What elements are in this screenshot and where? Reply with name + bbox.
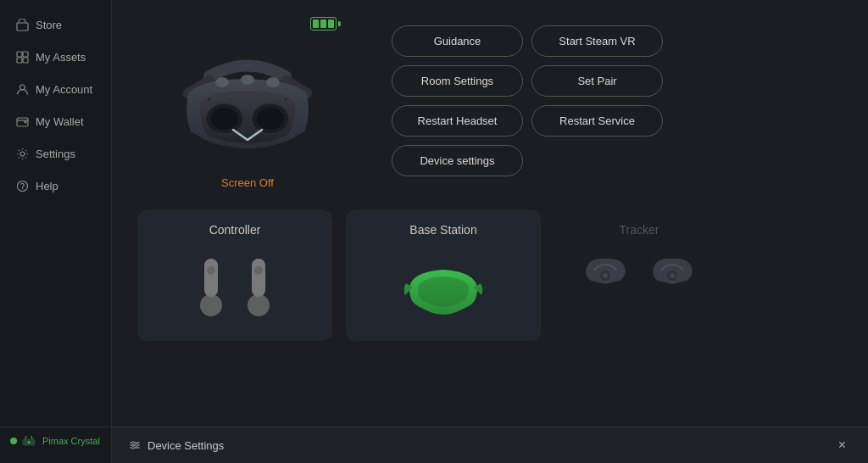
button-row-1: Guidance Start Steam VR: [392, 25, 663, 57]
device-settings-panel: Device Settings ×: [112, 427, 868, 463]
battery-cell-2: [320, 20, 326, 28]
battery-cell-1: [313, 20, 319, 28]
top-section: Screen Off Guidance Start Steam VR Room …: [137, 17, 843, 189]
svg-point-29: [670, 273, 675, 278]
svg-point-33: [132, 442, 135, 444]
svg-point-8: [17, 181, 27, 191]
device-name: Pimax Crystal: [42, 436, 100, 446]
settings-icon: [15, 147, 29, 160]
svg-rect-3: [17, 58, 22, 63]
svg-point-21: [200, 294, 222, 316]
buttons-panel: Guidance Start Steam VR Room Settings Se…: [392, 17, 663, 176]
tracker-area: Tracker: [554, 209, 724, 341]
sidebar-item-my-assets[interactable]: My Assets: [3, 42, 108, 72]
sidebar-item-help[interactable]: Help: [3, 170, 108, 201]
svg-point-22: [207, 266, 215, 275]
svg-point-12: [211, 108, 238, 130]
svg-point-16: [241, 75, 254, 85]
sidebar-item-my-account[interactable]: My Account: [3, 74, 108, 104]
battery-indicator: [310, 17, 341, 31]
controller-left-icon: [198, 259, 225, 320]
guidance-button[interactable]: Guidance: [392, 25, 523, 57]
help-icon: [15, 179, 29, 192]
svg-point-18: [207, 97, 212, 102]
device-icon: [22, 436, 36, 446]
svg-rect-2: [23, 52, 28, 57]
room-settings-button[interactable]: Room Settings: [392, 65, 523, 97]
svg-point-24: [248, 294, 270, 316]
assets-icon: [15, 50, 29, 64]
headset-svg: [159, 38, 337, 170]
tracker-title: Tracker: [620, 223, 659, 237]
button-row-3: Restart Headset Restart Service: [392, 105, 663, 137]
svg-point-7: [20, 152, 25, 156]
sidebar-item-my-wallet[interactable]: My Wallet: [3, 106, 108, 137]
start-steam-vr-button[interactable]: Start Steam VR: [531, 25, 663, 57]
svg-point-17: [266, 77, 280, 87]
battery-tip: [338, 21, 341, 26]
base-station-card-title: Base Station: [409, 223, 476, 237]
base-station-card: Base Station: [346, 209, 541, 341]
svg-rect-4: [23, 58, 28, 63]
svg-point-35: [132, 447, 135, 449]
bottom-bar-title: Device Settings: [147, 439, 224, 452]
svg-point-27: [603, 273, 608, 278]
sidebar-item-my-wallet-label: My Wallet: [36, 115, 84, 128]
close-device-settings-button[interactable]: ×: [833, 436, 851, 455]
battery-cells: [310, 17, 337, 31]
controller-card-title: Controller: [209, 223, 261, 237]
restart-service-button[interactable]: Restart Service: [531, 105, 663, 137]
svg-point-19: [283, 97, 288, 102]
sidebar-item-store[interactable]: Store: [3, 9, 108, 40]
tracker-right-icon: [649, 250, 696, 291]
base-station-icon: [401, 259, 486, 319]
svg-point-25: [254, 266, 263, 275]
base-station-icons: [401, 250, 486, 327]
device-settings-icon: [129, 439, 141, 451]
svg-rect-1: [17, 52, 22, 57]
controller-card: Controller: [137, 209, 332, 341]
svg-point-34: [136, 444, 138, 447]
controller-right-icon: [245, 259, 272, 320]
svg-rect-20: [204, 259, 218, 297]
device-indicator-area: Pimax Crystal: [0, 427, 111, 455]
sidebar-item-store-label: Store: [36, 19, 62, 31]
headset-visual: [154, 36, 341, 171]
svg-rect-0: [17, 23, 28, 31]
tracker-icons: [582, 250, 696, 291]
main-content: Screen Off Guidance Start Steam VR Room …: [112, 0, 868, 463]
set-pair-button[interactable]: Set Pair: [531, 65, 663, 97]
device-indicator: Pimax Crystal: [10, 436, 101, 446]
sidebar-item-settings[interactable]: Settings: [3, 138, 108, 169]
sidebar: Store My Assets My Account: [0, 0, 112, 463]
screen-off-label: Screen Off: [221, 176, 274, 189]
button-row-4: Device settings: [392, 145, 663, 176]
battery-cell-3: [328, 20, 334, 28]
svg-point-14: [257, 108, 284, 130]
device-status-dot: [10, 438, 17, 444]
sidebar-item-my-assets-label: My Assets: [36, 51, 86, 64]
svg-point-10: [28, 441, 31, 443]
restart-headset-button[interactable]: Restart Headset: [392, 105, 523, 137]
tracker-left-icon: [582, 250, 629, 291]
sidebar-item-help-label: Help: [36, 180, 58, 192]
headset-area: Screen Off: [137, 17, 358, 189]
sidebar-item-settings-label: Settings: [36, 148, 75, 160]
sidebar-item-my-account-label: My Account: [36, 83, 92, 96]
store-icon: [15, 18, 29, 31]
svg-rect-23: [252, 259, 265, 297]
wallet-icon: [15, 114, 29, 128]
controller-icons: [198, 250, 272, 327]
button-row-2: Room Settings Set Pair: [392, 65, 663, 97]
device-settings-button[interactable]: Device settings: [392, 145, 523, 176]
device-cards: Controller Base Station: [137, 209, 843, 341]
svg-point-15: [215, 77, 229, 87]
account-icon: [15, 82, 29, 96]
